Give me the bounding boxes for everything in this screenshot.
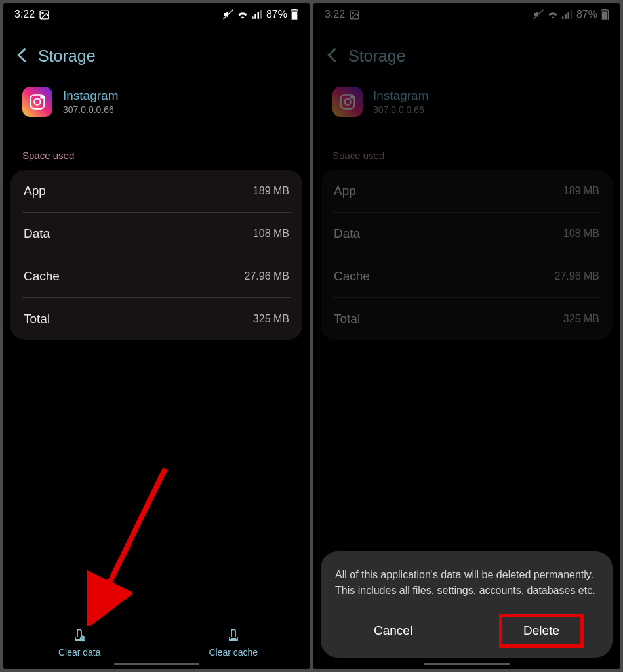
- section-space-used: Space used: [3, 130, 310, 167]
- svg-rect-5: [257, 12, 259, 19]
- app-version: 307.0.0.0.66: [63, 104, 118, 115]
- svg-rect-9: [292, 12, 297, 20]
- svg-point-17: [352, 12, 353, 13]
- nav-handle[interactable]: [114, 663, 199, 665]
- svg-rect-20: [565, 14, 567, 19]
- dialog-message: All of this application's data will be d…: [335, 567, 598, 598]
- row-app: App 189 MB: [22, 170, 291, 213]
- status-bar: 3:22 87%: [3, 3, 310, 23]
- mute-icon: [223, 9, 233, 20]
- signal-icon: [252, 10, 263, 19]
- app-version: 307.0.0.0.66: [373, 104, 428, 115]
- screen-storage-dialog: 3:22 87% Storage: [313, 3, 620, 669]
- row-total: Total 325 MB: [332, 298, 601, 340]
- row-cache: Cache 27.96 MB: [22, 255, 291, 298]
- nav-handle[interactable]: [424, 663, 510, 665]
- picture-icon: [349, 9, 360, 20]
- row-data: Data 108 MB: [332, 213, 601, 255]
- mute-icon: [533, 9, 544, 20]
- svg-point-12: [41, 96, 42, 98]
- picture-icon: [39, 9, 50, 20]
- row-cache: Cache 27.96 MB: [332, 255, 601, 298]
- row-app: App 189 MB: [332, 170, 601, 213]
- svg-rect-6: [260, 10, 262, 19]
- divider: [468, 623, 468, 638]
- svg-point-1: [42, 12, 43, 13]
- svg-rect-22: [571, 10, 573, 19]
- cancel-button[interactable]: Cancel: [352, 616, 435, 646]
- confirm-dialog: All of this application's data will be d…: [321, 551, 613, 658]
- svg-point-28: [351, 96, 352, 98]
- svg-rect-3: [252, 16, 254, 18]
- signal-icon: [562, 10, 573, 19]
- svg-rect-19: [562, 16, 564, 18]
- instagram-app-icon: [332, 87, 363, 117]
- wifi-icon: [547, 10, 559, 19]
- clear-data-button[interactable]: Clear data: [3, 627, 157, 658]
- instagram-app-icon: [22, 87, 52, 117]
- clear-data-icon: [71, 627, 87, 643]
- screen-storage: 3:22 87%: [3, 3, 310, 669]
- app-info: Instagram 307.0.0.0.66: [3, 77, 310, 130]
- svg-point-27: [344, 98, 350, 104]
- svg-point-11: [34, 98, 40, 104]
- back-icon[interactable]: [17, 47, 26, 66]
- section-space-used: Space used: [313, 130, 620, 167]
- page-title: Storage: [38, 47, 96, 66]
- battery-icon: [291, 9, 298, 20]
- app-info: Instagram 307.0.0.0.66: [313, 77, 620, 130]
- storage-card: App 189 MB Data 108 MB Cache 27.96 MB To…: [321, 170, 613, 340]
- wifi-icon: [237, 10, 249, 19]
- status-bar: 3:22 87%: [313, 3, 620, 23]
- storage-card: App 189 MB Data 108 MB Cache 27.96 MB To…: [10, 170, 302, 340]
- svg-rect-4: [254, 14, 256, 19]
- row-total: Total 325 MB: [22, 298, 291, 340]
- battery-pct: 87%: [576, 9, 597, 20]
- app-name: Instagram: [63, 89, 118, 103]
- clear-cache-icon: [226, 627, 241, 643]
- bottom-actions: Clear data Clear cache: [3, 621, 310, 669]
- clock: 3:22: [14, 9, 35, 20]
- page-header: Storage: [313, 23, 620, 77]
- app-name: Instagram: [373, 89, 428, 103]
- svg-rect-25: [602, 12, 607, 20]
- row-data: Data 108 MB: [22, 213, 291, 255]
- back-icon[interactable]: [327, 47, 336, 66]
- page-title: Storage: [348, 47, 406, 66]
- clock: 3:22: [325, 9, 345, 20]
- clear-cache-button[interactable]: Clear cache: [157, 627, 311, 658]
- battery-pct: 87%: [266, 9, 287, 20]
- svg-rect-21: [567, 12, 569, 19]
- page-header: Storage: [3, 23, 310, 77]
- battery-icon: [601, 9, 609, 20]
- delete-button[interactable]: Delete: [501, 616, 582, 646]
